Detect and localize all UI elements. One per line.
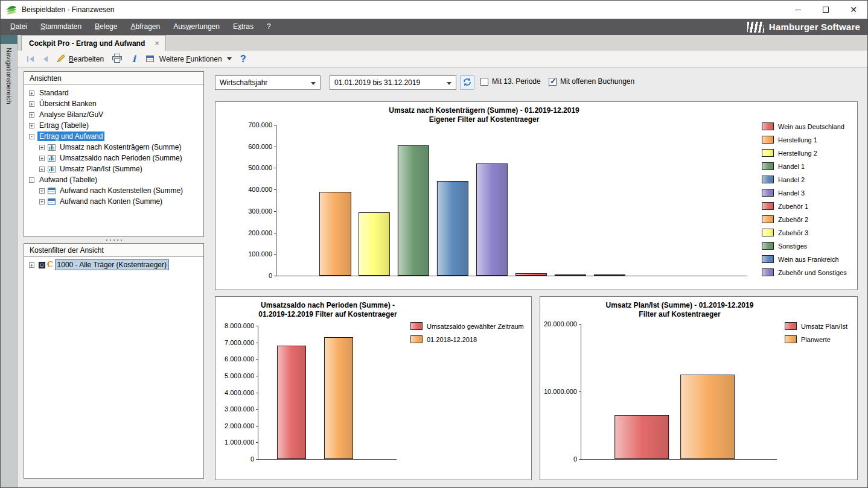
minimize-icon — [795, 10, 801, 10]
tree-item-aufwand-tabelle[interactable]: -Aufwand (Tabelle) — [24, 174, 203, 185]
tree-item-analyse-bilanz-guv[interactable]: +Analyse Bilanz/GuV — [24, 109, 203, 120]
tree-item-label[interactable]: Übersicht Banken — [37, 99, 98, 109]
edit-button[interactable]: Bearbeiten — [54, 52, 107, 66]
tree-item-aufwand-nach-konten-summe[interactable]: +Aufwand nach Konten (Summe) — [24, 196, 203, 207]
functions-icon — [146, 55, 154, 62]
chart-title: Umsatzsaldo nach Perioden (Summe) - — [215, 301, 440, 310]
tree-item-label[interactable]: Standard — [37, 88, 71, 98]
bar-handel-1 — [398, 145, 429, 276]
kostenfilter-header: Kostenfilter der Ansicht — [24, 244, 203, 257]
nav-back-button[interactable] — [40, 52, 51, 66]
legend-item-handel-3: Handel 3 — [762, 189, 847, 197]
legend-label: 01.2018-12.2018 — [427, 336, 477, 343]
minimize-button[interactable] — [784, 1, 812, 19]
tree-item-label[interactable]: Umsatz nach Kostenträgern (Summe) — [58, 142, 183, 152]
filter-checkbox-icon[interactable] — [39, 262, 45, 268]
tab-close-icon[interactable]: × — [155, 39, 159, 48]
y-axis-tick-label: 0 — [269, 272, 272, 279]
tree-toggle[interactable]: + — [29, 112, 34, 118]
chevron-down-icon — [447, 82, 452, 85]
checkbox-box[interactable] — [480, 78, 488, 86]
navigation-strip: Navigationsbereich — [1, 35, 18, 488]
period-range-select[interactable]: 01.01.2019 bis 31.12.2019 — [330, 75, 456, 90]
tree-toggle[interactable]: + — [39, 188, 45, 194]
tree-item-label[interactable]: Aufwand (Tabelle) — [37, 175, 99, 185]
tree-toggle[interactable]: + — [39, 199, 45, 204]
tree-toggle[interactable]: + — [29, 101, 34, 107]
y-axis-tick-label: 0 — [251, 455, 254, 463]
y-axis-tick-label: 700.000 — [248, 121, 272, 128]
menu-item-extras[interactable]: Extras — [226, 19, 260, 35]
bar-umsatz-plan-ist — [615, 415, 669, 459]
legend-label: Zubehör und Sonstiges — [778, 269, 847, 276]
tab-cockpit-pro[interactable]: Cockpit Pro - Ertrag und Aufwand × — [21, 35, 166, 51]
checkbox-mit-offenen-buchungen[interactable]: Mit offenen Buchungen — [549, 77, 634, 86]
tree-item-label[interactable]: Ertrag und Aufwand — [37, 132, 104, 141]
chart-title-block: Umsatz nach Kostenträgern (Summe) - 01.2… — [215, 106, 753, 124]
legend-swatch — [762, 162, 774, 170]
more-functions-button[interactable]: Weitere Funktionen — [143, 52, 235, 66]
y-axis-tick-label: 0 — [573, 455, 577, 463]
tree-item-umsatzsaldo-nach-perioden-summe[interactable]: +Umsatzsaldo nach Perioden (Summe) — [24, 153, 203, 163]
period-type-select[interactable]: Wirtschaftsjahr — [215, 75, 321, 90]
tree-toggle[interactable]: - — [29, 177, 34, 183]
tree-item-umsatz-nach-kostenträgern-summe[interactable]: +Umsatz nach Kostenträgern (Summe) — [24, 142, 203, 153]
nav-first-button[interactable] — [24, 52, 37, 66]
chart-plot: 01.000.0002.000.0003.000.0004.000.0005.0… — [258, 326, 397, 460]
tree-toggle[interactable]: + — [39, 145, 45, 150]
tree-item-label[interactable]: Aufwand nach Kostenstellen (Summe) — [58, 186, 185, 195]
menu-item-abfragen[interactable]: Abfragen — [124, 19, 167, 35]
tree-toggle[interactable]: - — [29, 134, 34, 139]
legend-swatch — [762, 149, 774, 157]
cost-object-icon: C — [47, 261, 53, 269]
legend-item-handel-2: Handel 2 — [762, 176, 847, 183]
tree-item-umsatz-plan-ist-summe[interactable]: +Umsatz Plan/Ist (Summe) — [24, 163, 203, 174]
menu-item-help[interactable]: ? — [260, 19, 278, 35]
help-button[interactable]: ? — [237, 52, 249, 66]
checkbox-mit-13-periode[interactable]: Mit 13. Periode — [480, 77, 541, 86]
tree-item-aufwand-nach-kostenstellen-summe[interactable]: +Aufwand nach Kostenstellen (Summe) — [24, 185, 203, 196]
brand: Hamburger Software — [747, 22, 867, 33]
menu-item-stammdaten[interactable]: Stammdaten — [34, 19, 88, 35]
tree-toggle[interactable]: + — [39, 166, 45, 172]
kostenfilter-item-label[interactable]: 1000 - Alle Träger (Kostentraeger) — [56, 260, 168, 270]
panel-splitter[interactable] — [24, 237, 204, 243]
info-button[interactable]: i — [127, 52, 141, 66]
pencil-icon — [57, 54, 66, 65]
tree-item-ertrag-tabelle[interactable]: +Ertrag (Tabelle) — [24, 120, 203, 131]
edit-button-label: Bearbeiten — [69, 55, 104, 63]
kostenfilter-item[interactable]: + C 1000 - Alle Träger (Kostentraeger) — [24, 259, 203, 270]
y-axis-tick-label: 3.000.000 — [225, 405, 254, 413]
y-axis-tick-label: 4.000.000 — [225, 389, 254, 396]
legend-item-zubehör-und-sonstiges: Zubehör und Sonstiges — [762, 268, 847, 276]
menu-item-datei[interactable]: Datei — [4, 19, 34, 35]
tree-item-ertrag-und-aufwand[interactable]: -Ertrag und Aufwand — [24, 131, 203, 142]
legend-label: Herstellung 2 — [778, 150, 817, 157]
nav-back-icon — [43, 56, 48, 62]
menu-item-auswertungen[interactable]: Auswertungen — [167, 19, 226, 35]
tree-item-label[interactable]: Ertrag (Tabelle) — [37, 121, 91, 130]
maximize-button[interactable] — [812, 1, 840, 19]
tree-toggle[interactable]: + — [39, 156, 45, 161]
print-button[interactable] — [109, 52, 125, 66]
period-range-value: 01.01.2019 bis 31.12.2019 — [334, 78, 420, 87]
close-button[interactable]: ✕ — [840, 1, 867, 19]
nav-strip-handle[interactable] — [1, 35, 18, 44]
refresh-button[interactable] — [460, 75, 474, 90]
tree-item-label[interactable]: Analyse Bilanz/GuV — [37, 110, 105, 119]
menu-item-belege[interactable]: Belege — [88, 19, 124, 35]
legend-label: Wein aus Deutschland — [778, 123, 844, 130]
bar-chart-icon — [48, 144, 56, 151]
tree-item-übersicht-banken[interactable]: +Übersicht Banken — [24, 98, 203, 109]
tree-item-label[interactable]: Umsatzsaldo nach Perioden (Summe) — [58, 153, 184, 163]
checkbox-box[interactable] — [549, 78, 557, 86]
tree-item-standard[interactable]: +Standard — [24, 87, 203, 98]
tree-toggle[interactable]: + — [29, 123, 34, 128]
y-axis-tick-label: 20.000.000 — [544, 320, 577, 328]
y-axis-tick-label: 600.000 — [248, 143, 272, 150]
tree-item-label[interactable]: Aufwand nach Konten (Summe) — [58, 197, 164, 206]
tree-item-label[interactable]: Umsatz Plan/Ist (Summe) — [58, 164, 144, 174]
tree-toggle[interactable]: + — [29, 90, 34, 96]
tree-toggle[interactable]: + — [29, 262, 34, 268]
y-axis-tick-label: 8.000.000 — [225, 322, 254, 329]
